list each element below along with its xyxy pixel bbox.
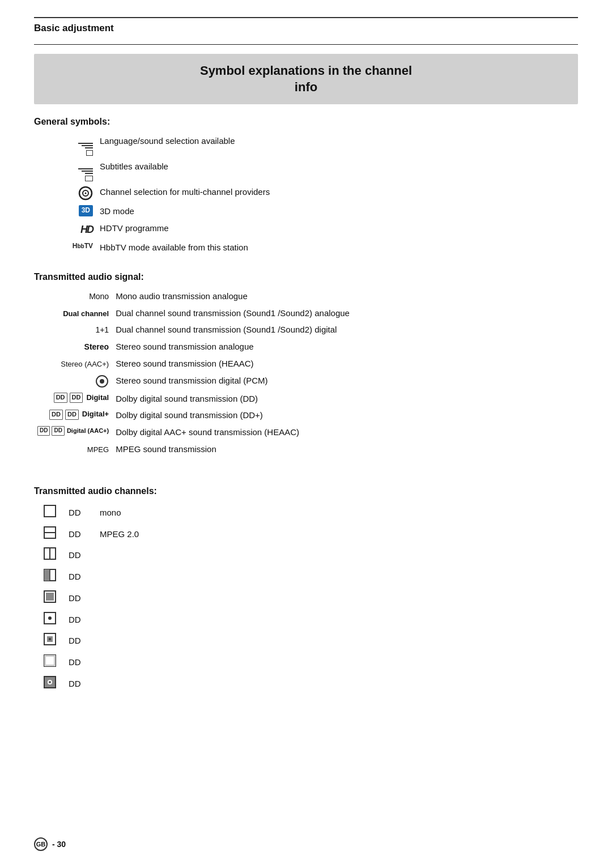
page-number: - 30 xyxy=(52,840,66,849)
svg-point-16 xyxy=(48,616,52,620)
page-title: Symbol explanations in the channel info xyxy=(45,63,567,95)
mpeg-label: MPEG xyxy=(87,445,109,454)
stereo-aac-label: Stereo (AAC+) xyxy=(61,360,109,368)
dd-digital-plus-icon: DD DD Digital+ xyxy=(37,409,109,420)
one-plus-one-label: 1+1 xyxy=(95,325,109,334)
channel-box-icon xyxy=(44,505,56,517)
table-row: Dual channel Dual channel sound transmis… xyxy=(34,305,578,322)
channel-symbol-cell xyxy=(34,609,65,631)
description-cell: Subtitles available xyxy=(96,158,578,184)
dd-cell: DD xyxy=(65,544,96,566)
dd-cell: DD xyxy=(65,673,96,695)
symbol-cell: Stereo xyxy=(34,338,112,355)
description-cell: Dual channel sound transmission (Sound1 … xyxy=(112,305,578,322)
channel-box-icon xyxy=(44,612,56,624)
footer: GB - 30 xyxy=(34,837,578,851)
symbol-cell: 1+1 xyxy=(34,321,112,338)
audio-lines-icon xyxy=(78,143,93,156)
description-cell: Dolby digital sound transmission (DD) xyxy=(112,390,578,407)
line xyxy=(82,171,93,172)
dd-cell: DD xyxy=(65,502,96,524)
table-row: HbbTV HbbTV mode available from this sta… xyxy=(34,239,578,256)
channel-symbol-cell xyxy=(34,502,65,524)
table-row: HD HDTV programme xyxy=(34,220,578,239)
label-cell xyxy=(96,566,578,588)
description-cell: Stereo sound transmission (HEAAC) xyxy=(112,355,578,372)
symbol-cell: HD xyxy=(34,220,96,239)
channel-box-icon xyxy=(44,590,56,603)
3d-label: 3D xyxy=(79,205,93,216)
line xyxy=(78,143,93,144)
general-symbols-table: Language/sound selection available xyxy=(34,133,578,256)
symbol-cell: Stereo (AAC+) xyxy=(34,355,112,372)
dd-digital-icon: DD DD Digital xyxy=(37,393,109,403)
symbol-cell xyxy=(34,133,96,158)
hbbtv-badge-icon: HbbTV xyxy=(37,241,93,251)
table-row: DD MPEG 2.0 xyxy=(34,524,578,545)
svg-rect-5 xyxy=(44,505,56,517)
line xyxy=(85,173,93,174)
description-cell: Dolby digital AAC+ sound transmission (H… xyxy=(112,424,578,441)
audio-signal-section: Transmitted audio signal: Mono Mono audi… xyxy=(34,272,578,458)
symbol-cell: HbbTV xyxy=(34,239,96,256)
dd-cell: DD xyxy=(65,524,96,545)
symbol-cell: DD DD Digital+ xyxy=(34,407,112,424)
label-cell xyxy=(96,630,578,652)
dd-badge-2: DD xyxy=(70,393,83,403)
digital-label: Digital xyxy=(86,393,109,403)
dd-badge-1: DD xyxy=(37,426,50,436)
table-row: DD DD Digital+ Dolby digital sound trans… xyxy=(34,407,578,424)
table-row: Subtitles available xyxy=(34,158,578,184)
audio-channels-section: Transmitted audio channels: DD mono xyxy=(34,486,578,695)
table-row: Stereo Stereo sound transmission analogu… xyxy=(34,338,578,355)
digital-aac-label: Digital (AAC+) xyxy=(67,427,109,436)
channel-box-icon xyxy=(44,633,56,645)
section-header: Basic adjustment xyxy=(34,17,578,34)
channel-box-icon xyxy=(44,654,56,667)
channel-symbol-cell xyxy=(34,673,65,695)
circle-target-icon xyxy=(37,186,93,201)
table-row: DD DD Digital (AAC+) Dolby digital AAC+ … xyxy=(34,424,578,441)
svg-rect-22 xyxy=(46,657,54,665)
table-row: DD xyxy=(34,652,578,673)
description-cell: Stereo sound transmission digital (PCM) xyxy=(112,372,578,390)
description-cell: HDTV programme xyxy=(96,220,578,239)
hd-badge-icon: HD xyxy=(37,222,93,237)
description-cell: Dolby digital sound transmission (DD+) xyxy=(112,407,578,424)
label-cell xyxy=(96,609,578,631)
dd-badge-1: DD xyxy=(49,410,63,420)
svg-point-4 xyxy=(100,379,104,384)
label-cell xyxy=(96,588,578,609)
channel-box-icon xyxy=(44,676,56,688)
table-row: Channel selection for multi-channel prov… xyxy=(34,184,578,203)
svg-point-19 xyxy=(49,638,51,640)
table-row: DD mono xyxy=(34,502,578,524)
audio-signal-table: Mono Mono audio transmission analogue Du… xyxy=(34,288,578,458)
svg-point-2 xyxy=(85,193,87,194)
table-row: Mono Mono audio transmission analogue xyxy=(34,288,578,305)
description-cell: Channel selection for multi-channel prov… xyxy=(96,184,578,203)
description-cell: HbbTV mode available from this station xyxy=(96,239,578,256)
mono-label: Mono xyxy=(89,292,109,301)
svg-rect-11 xyxy=(44,569,50,581)
dd-badge-2: DD xyxy=(65,410,79,420)
line xyxy=(85,147,93,148)
3d-badge-icon: 3D xyxy=(37,205,93,216)
table-row: 1+1 Dual channel sound transmission (Sou… xyxy=(34,321,578,338)
channel-symbol-cell xyxy=(34,652,65,673)
svg-rect-14 xyxy=(46,593,54,601)
subtitle-lines-icon xyxy=(78,168,93,181)
dd-cell: DD xyxy=(65,566,96,588)
description-cell: Language/sound selection available xyxy=(96,133,578,158)
audio-channels-heading: Transmitted audio channels: xyxy=(34,486,578,496)
hbbtv-label: HbbTV xyxy=(73,241,93,251)
table-row: MPEG MPEG sound transmission xyxy=(34,441,578,458)
table-row: DD xyxy=(34,544,578,566)
dd-badge-2: DD xyxy=(52,426,64,436)
divider xyxy=(34,44,578,45)
audio-signal-heading: Transmitted audio signal: xyxy=(34,272,578,282)
table-row: DD xyxy=(34,566,578,588)
speaker-icon xyxy=(86,150,93,156)
symbol-cell xyxy=(34,372,112,390)
audio-channels-table: DD mono DD xyxy=(34,502,578,695)
